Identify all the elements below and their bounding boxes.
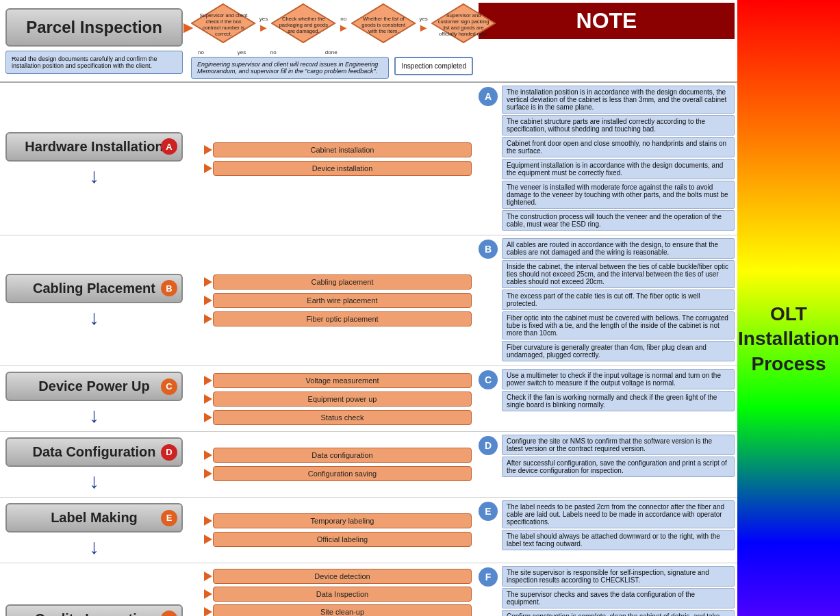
cabling-note-section: B All cables are routed in accordance wi… — [479, 238, 735, 363]
data-config-row: Data Configuration D ↓ Data configuratio… — [0, 432, 737, 498]
dc-middle: Data configuration Configuration saving — [188, 432, 476, 497]
dpu-badge: C — [161, 378, 177, 395]
read-note: Read the design documents carefully and … — [5, 51, 183, 74]
dpu-left: Device Power Up C ↓ — [0, 366, 188, 431]
qi-middle: Device detection Data Inspection Site cl… — [188, 563, 476, 616]
cp-circle: B — [479, 240, 498, 259]
arrow-1: ► — [258, 22, 269, 34]
hardware-left: Hardware Installation A ↓ — [0, 83, 188, 235]
cp-note-2: The excess part of the cable ties is cut… — [502, 290, 735, 310]
cabling-notes: B All cables are routed in accordance wi… — [476, 235, 737, 365]
site-cleanup-btn: Site clean-up — [213, 604, 472, 616]
hw-circle: A — [479, 87, 498, 106]
cp-note-0: All cables are routed in accordance with… — [502, 238, 735, 259]
cabling-left: Cabling Placement B ↓ — [0, 235, 188, 365]
arrow-2: ► — [338, 22, 349, 34]
arrow-right-qi3 — [204, 607, 212, 616]
hardware-title: Hardware Installation A — [5, 132, 183, 162]
qi-circle: F — [479, 567, 498, 587]
lm-down-arrow: ↓ — [5, 537, 183, 557]
qi-note-lines: The site supervisor is responsible for s… — [502, 566, 735, 616]
cp-down-arrow: ↓ — [5, 307, 183, 328]
arrow-right-dc2 — [204, 469, 212, 478]
dc-note-1: After successful configuration, save the… — [502, 457, 735, 477]
lm-left: Label Making E ↓ — [0, 498, 188, 563]
arrow-right-lm2 — [204, 535, 212, 544]
arrow-right-1 — [204, 145, 212, 155]
arrow-right-dc1 — [204, 450, 212, 460]
device-power-up-row: Device Power Up C ↓ Voltage measurement … — [0, 366, 737, 432]
cabling-badge: B — [161, 280, 177, 296]
hw-down-arrow: ↓ — [5, 166, 183, 186]
yes1-label: yes — [259, 16, 268, 22]
parcel-flow: Supervisor and client check if the box c… — [188, 0, 476, 81]
lm-note-0: The label needs to be pasted 2cm from th… — [502, 500, 735, 528]
hardware-middle: Cabinet installation Device installation — [188, 83, 476, 235]
hw-note-1: The cabinet structure parts are installe… — [502, 115, 735, 136]
equipment-power-btn: Equipment power up — [213, 392, 472, 407]
diamond-2-text: Check whether the packaging and goods ar… — [277, 16, 330, 34]
arrow-right-cp3 — [204, 314, 212, 324]
dpu-note-lines: Use a multimeter to check if the input v… — [502, 369, 735, 413]
diamond-3-text: Whether the list of goods is consistent … — [357, 16, 410, 34]
hardware-notes: A The installation position is in accord… — [476, 83, 737, 235]
dpu-middle: Voltage measurement Equipment power up S… — [188, 366, 476, 431]
hw-note-5: The construction process will touch the … — [502, 210, 735, 231]
dc-left: Data Configuration D ↓ — [0, 432, 188, 497]
eng-note: Engineering supervisor and client will r… — [191, 57, 389, 79]
arrow-right-dpu2 — [204, 394, 212, 404]
device-detection-btn: Device detection — [213, 569, 472, 584]
dc-title: Data Configuration D — [5, 437, 183, 467]
qi-note-2: Confirm construction is complete, clean … — [502, 610, 735, 616]
cp-note-lines: All cables are routed in accordance with… — [502, 238, 735, 363]
fiber-optic-btn: Fiber optic placement — [213, 311, 472, 326]
qi-title: Quality Inspection F — [5, 604, 183, 617]
qi-notes: F The site supervisor is responsible for… — [476, 563, 737, 616]
lm-note-lines: The label needs to be pasted 2cm from th… — [502, 500, 735, 552]
olt-title: OLTInstallationProcess — [738, 302, 839, 376]
yes3-label: yes — [419, 16, 427, 22]
dpu-note-0: Use a multimeter to check if the input v… — [502, 369, 735, 389]
olt-gradient-column: OLTInstallationProcess — [737, 0, 840, 616]
no1-label: no — [340, 16, 346, 22]
cp-note-4: Fiber curvature is generally greater tha… — [502, 341, 735, 361]
lm-title: Label Making E — [5, 503, 183, 532]
dpu-down-arrow: ↓ — [5, 405, 183, 426]
diamond-4-text: Supervisor and customer sign packing lis… — [437, 12, 490, 37]
dc-circle: D — [479, 436, 498, 455]
arrow-right-dpu1 — [204, 376, 212, 385]
qi-badge: F — [161, 611, 177, 616]
official-labeling-btn: Official labeling — [213, 532, 472, 547]
earth-wire-btn: Earth wire placement — [213, 293, 472, 308]
dpu-note-section: C Use a multimeter to check if the input… — [479, 369, 735, 413]
dc-down-arrow: ↓ — [5, 471, 183, 491]
arrow-right-qi1 — [204, 572, 212, 581]
voltage-btn: Voltage measurement — [213, 373, 472, 388]
temp-labeling-btn: Temporary labeling — [213, 513, 472, 528]
inspection-completed: Inspection completed — [394, 57, 473, 75]
data-inspection-btn: Data Inspection — [213, 587, 472, 602]
lm-note-1: The label should always be attached down… — [502, 530, 735, 550]
arrow-right-dpu3 — [204, 413, 212, 422]
lm-note-section: E The label needs to be pasted 2cm from … — [479, 500, 735, 552]
dc-note-lines: Configure the site or NMS to confirm tha… — [502, 435, 735, 478]
cabling-placement-row: Cabling Placement B ↓ Cabling placement … — [0, 235, 737, 366]
dc-note-0: Configure the site or NMS to confirm tha… — [502, 435, 735, 455]
dc-note-section: D Configure the site or NMS to confirm t… — [479, 435, 735, 478]
dc-badge: D — [161, 444, 177, 461]
quality-inspection-row: Quality Inspection F Device detection Da… — [0, 563, 737, 616]
dc-notes: D Configure the site or NMS to confirm t… — [476, 432, 737, 497]
device-installation-btn: Device installation — [213, 161, 472, 176]
hw-note-4: The veneer is installed with moderate fo… — [502, 181, 735, 209]
hw-note-3: Equipment installation is in accordance … — [502, 159, 735, 179]
cabinet-installation-btn: Cabinet installation — [213, 142, 472, 157]
parcel-inspection-left: Parcel Inspection ► Read the design docu… — [0, 0, 188, 81]
cabling-middle: Cabling placement Earth wire placement F… — [188, 235, 476, 365]
hardware-note-section: A The installation position is in accord… — [479, 86, 735, 232]
main-container: Parcel Inspection ► Read the design docu… — [0, 0, 840, 616]
arrow-right-cp2 — [204, 296, 212, 305]
cp-note-3: Fiber optic into the cabinet must be cov… — [502, 311, 735, 339]
cabling-title: Cabling Placement B — [5, 274, 183, 303]
dpu-title: Device Power Up C — [5, 372, 183, 401]
hardware-badge: A — [161, 138, 177, 155]
